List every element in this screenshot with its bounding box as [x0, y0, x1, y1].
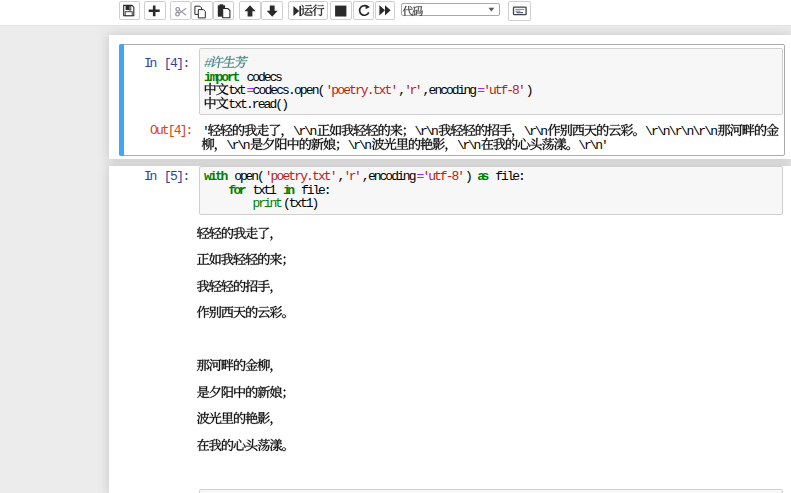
svg-text:[5]:: [5]:: [164, 169, 190, 184]
svg-text:\r\n': \r\n': [579, 138, 609, 153]
svg-text:): ): [465, 169, 473, 184]
svg-text:\r\n: \r\n: [348, 138, 372, 153]
svg-text:'poetry.txt': 'poetry.txt': [325, 83, 398, 98]
svg-text:encoding: encoding: [428, 83, 477, 98]
svg-text:\r\n: \r\n: [227, 138, 251, 153]
svg-text:In: In: [144, 56, 157, 71]
svg-text:In: In: [144, 169, 157, 184]
svg-text:\r\n\r\n\r\n: \r\n\r\n\r\n: [645, 124, 718, 139]
svg-text:'utf-8': 'utf-8': [422, 169, 464, 184]
svg-text:'utf-8': 'utf-8': [483, 83, 525, 98]
svg-text:\r\n: \r\n: [457, 138, 481, 153]
svg-text:[4]:: [4]:: [164, 56, 190, 71]
svg-text:): ): [525, 83, 533, 98]
svg-text:txt.read(): txt.read(): [228, 97, 289, 112]
svg-text:'r': 'r': [343, 169, 361, 184]
svg-text:'r': 'r': [404, 83, 422, 98]
svg-text:as: as: [477, 169, 489, 184]
svg-text:encoding: encoding: [367, 169, 416, 184]
svg-text:print: print: [252, 196, 282, 211]
svg-text:Out[4]:: Out[4]:: [150, 123, 193, 138]
svg-text:(txt1): (txt1): [283, 196, 319, 211]
svg-text:file:: file:: [495, 169, 525, 184]
